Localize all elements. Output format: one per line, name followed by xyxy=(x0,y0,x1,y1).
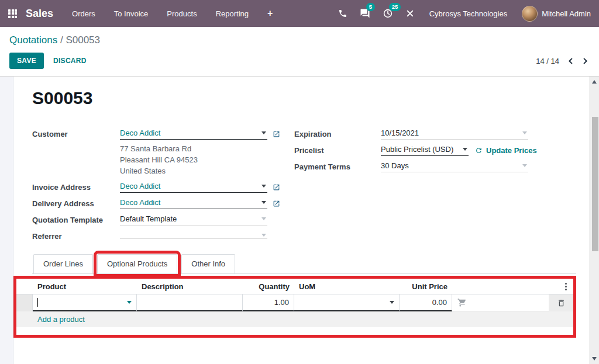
customer-external-link-icon[interactable] xyxy=(273,130,280,138)
pricelist-value[interactable]: Public Pricelist (USD) xyxy=(381,145,458,154)
invoice-address-value[interactable]: Deco Addict xyxy=(120,182,257,190)
tab-order-lines[interactable]: Order Lines xyxy=(33,254,93,273)
page-title: S00053 xyxy=(32,88,576,108)
breadcrumb-quotations-link[interactable]: Quotations xyxy=(9,34,57,46)
menu-orders[interactable]: Orders xyxy=(72,9,95,18)
chevron-down-icon[interactable] xyxy=(390,301,394,304)
pricelist-field[interactable]: Public Pricelist (USD) xyxy=(381,145,469,156)
quotation-template-field[interactable]: Default Template xyxy=(120,214,267,226)
discard-button[interactable]: DISCARD xyxy=(53,57,87,65)
header-uom: UoM xyxy=(294,282,400,291)
uom-input[interactable] xyxy=(294,294,400,311)
product-input[interactable] xyxy=(33,294,137,311)
chevron-down-icon[interactable] xyxy=(261,185,266,188)
chevron-down-icon[interactable] xyxy=(261,131,266,134)
form-right-column: Expiration 10/15/2021 Pricelist P xyxy=(294,126,576,175)
tab-other-info[interactable]: Other Info xyxy=(181,254,235,273)
phone-icon[interactable] xyxy=(338,9,347,18)
scrollbar-thumb[interactable] xyxy=(592,117,598,251)
row-spacer xyxy=(472,294,549,311)
expiration-label: Expiration xyxy=(294,130,381,138)
unit-price-value: 0.00 xyxy=(432,298,447,307)
chevron-down-icon[interactable] xyxy=(522,164,527,167)
expiration-field[interactable]: 10/15/2021 xyxy=(381,129,528,140)
optional-products-annotation-box: Product Description Quantity UoM Unit Pr… xyxy=(13,276,576,338)
left-gutter xyxy=(0,77,13,364)
pager-previous-icon[interactable] xyxy=(566,57,575,65)
quotation-template-label: Quotation Template xyxy=(32,216,120,224)
unit-price-input[interactable]: 0.00 xyxy=(400,294,452,311)
breadcrumb-separator: / xyxy=(57,34,66,46)
referrer-field[interactable] xyxy=(120,234,267,239)
table-bottom-spacer xyxy=(16,327,573,335)
control-panel: Quotations / S00053 SAVE DISCARD 14 / 14 xyxy=(0,27,599,77)
trash-icon xyxy=(557,299,566,307)
user-name: Mitchell Admin xyxy=(542,9,591,18)
invoice-address-label: Invoice Address xyxy=(32,183,120,192)
expiration-value[interactable]: 10/15/2021 xyxy=(381,129,518,137)
company-switcher[interactable]: Cybrosys Technologies xyxy=(429,9,507,18)
header-unit-price: Unit Price xyxy=(400,282,452,291)
app-title[interactable]: Sales xyxy=(26,8,53,20)
breadcrumb-current: S00053 xyxy=(66,34,100,46)
messages-badge: 5 xyxy=(366,3,375,11)
row-drag-handle[interactable] xyxy=(16,294,33,311)
menu-products[interactable]: Products xyxy=(167,9,197,18)
menu-reporting[interactable]: Reporting xyxy=(216,9,249,18)
customer-value[interactable]: Deco Addict xyxy=(120,129,257,137)
tab-optional-products[interactable]: Optional Products xyxy=(97,254,177,273)
pricelist-label: Pricelist xyxy=(294,146,381,155)
menu-to-invoice[interactable]: To Invoice xyxy=(114,9,149,18)
notebook-tabs: Order Lines Optional Products Other Info xyxy=(32,254,576,274)
top-navbar: Sales Orders To Invoice Products Reporti… xyxy=(0,0,599,27)
scroll-up-arrow-icon[interactable] xyxy=(592,80,597,84)
chevron-down-icon[interactable] xyxy=(261,201,266,204)
form-sheet: S00053 Customer Deco Addict xyxy=(13,77,589,364)
customer-field[interactable]: Deco Addict xyxy=(120,129,267,140)
update-prices-label: Update Prices xyxy=(486,146,537,155)
activities-clock-icon[interactable]: 25 xyxy=(383,8,393,19)
customer-label: Customer xyxy=(32,130,120,138)
invoice-address-field[interactable]: Deco Addict xyxy=(120,182,267,193)
vertical-scrollbar[interactable] xyxy=(589,77,599,364)
tools-icon[interactable] xyxy=(405,9,415,18)
header-description: Description xyxy=(137,282,243,291)
quantity-input[interactable]: 1.00 xyxy=(243,294,294,311)
pager-value[interactable]: 14 / 14 xyxy=(536,57,559,65)
delivery-address-label: Delivery Address xyxy=(32,199,120,208)
pager-next-icon[interactable] xyxy=(581,57,590,65)
activities-badge: 25 xyxy=(389,3,401,11)
delivery-address-value[interactable]: Deco Addict xyxy=(120,198,257,207)
quantity-value: 1.00 xyxy=(274,298,289,307)
invoice-address-external-link-icon[interactable] xyxy=(273,183,280,191)
text-cursor xyxy=(37,298,38,307)
form-left-column: Customer Deco Addict 77 Santa Barbara Rd… xyxy=(32,126,278,244)
address-line-2: Pleasant Hill CA 94523 xyxy=(120,154,278,165)
chevron-down-icon[interactable] xyxy=(463,148,467,151)
description-input[interactable] xyxy=(137,294,243,311)
quotation-template-value[interactable]: Default Template xyxy=(120,214,257,223)
apps-grid-icon[interactable] xyxy=(8,9,17,18)
chevron-down-icon[interactable] xyxy=(261,217,266,220)
table-row: 1.00 0.00 xyxy=(16,294,573,311)
chevron-down-icon[interactable] xyxy=(261,234,266,237)
payment-terms-field[interactable]: 30 Days xyxy=(381,161,528,172)
messages-icon[interactable]: 5 xyxy=(360,8,370,19)
breadcrumb: Quotations / S00053 xyxy=(9,34,590,46)
record-pager: 14 / 14 xyxy=(536,57,590,65)
customer-address: 77 Santa Barbara Rd Pleasant Hill CA 945… xyxy=(120,142,278,179)
delivery-address-external-link-icon[interactable] xyxy=(273,200,280,207)
scroll-down-arrow-icon[interactable] xyxy=(592,357,597,360)
delivery-address-field[interactable]: Deco Addict xyxy=(120,198,267,209)
chevron-down-icon[interactable] xyxy=(522,131,527,134)
menu-plus-icon[interactable]: + xyxy=(267,8,273,19)
user-menu[interactable]: Mitchell Admin xyxy=(522,6,591,22)
optional-columns-icon[interactable] xyxy=(560,283,573,290)
add-to-order-cart-icon[interactable] xyxy=(452,294,472,311)
payment-terms-value[interactable]: 30 Days xyxy=(381,161,518,170)
add-a-product-link[interactable]: Add a product xyxy=(16,311,573,327)
chevron-down-icon[interactable] xyxy=(127,301,132,304)
delete-row-button[interactable] xyxy=(549,294,573,311)
save-button[interactable]: SAVE xyxy=(9,53,44,69)
update-prices-button[interactable]: Update Prices xyxy=(475,146,537,155)
